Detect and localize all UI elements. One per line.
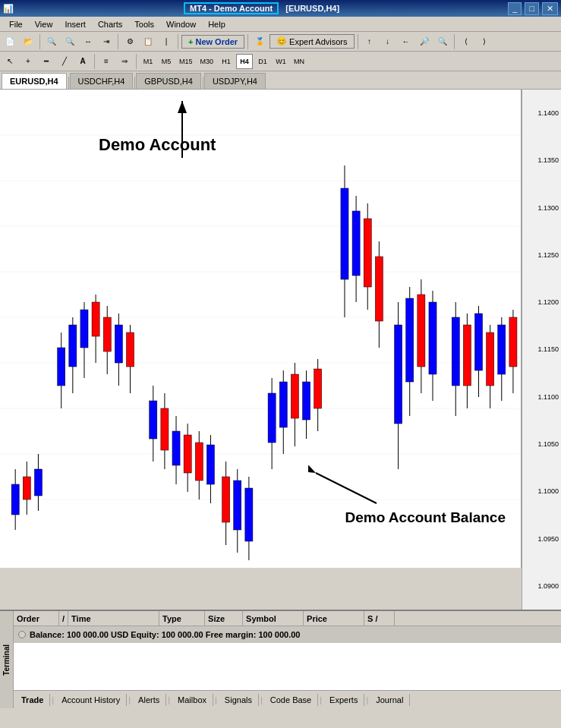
open-button[interactable]: 📂 — [20, 33, 36, 50]
terminal-body: Order / Time Type Size Symbol Price S / … — [14, 611, 561, 690]
svg-rect-32 — [150, 401, 157, 439]
svg-rect-22 — [80, 310, 88, 348]
cursor-button[interactable]: ↖ — [2, 53, 18, 70]
chart-back-button[interactable]: ⟨ — [458, 33, 474, 50]
zoom-in-button[interactable]: 🔍 — [43, 33, 60, 50]
close-button[interactable]: ✕ — [542, 2, 558, 15]
period-d1-quick[interactable]: D1 — [254, 53, 271, 70]
gold-icon-button[interactable]: 🏅 — [251, 33, 268, 50]
svg-rect-78 — [463, 325, 471, 386]
period-separator-button[interactable]: | — [158, 33, 175, 50]
price-level-3: 1.1300 — [522, 204, 559, 212]
svg-rect-66 — [375, 257, 383, 321]
up-arrow-button[interactable]: ↑ — [361, 33, 378, 50]
terminal-tab-trade[interactable]: Trade — [15, 694, 50, 706]
magnify-plus-button[interactable]: 🔎 — [416, 33, 433, 50]
balance-indicator — [18, 631, 26, 638]
fib-button[interactable]: ≡ — [98, 53, 115, 70]
svg-rect-76 — [452, 317, 459, 386]
line-button[interactable]: ━ — [38, 53, 55, 70]
menu-insert[interactable]: Insert — [58, 18, 92, 30]
price-level-1: 1.1400 — [522, 109, 559, 117]
svg-rect-28 — [115, 325, 122, 363]
period-w1-quick[interactable]: W1 — [273, 53, 289, 70]
svg-rect-82 — [487, 332, 494, 386]
menu-view[interactable]: View — [29, 18, 59, 30]
chart-tab-usdchf[interactable]: USDCHF,H4 — [70, 73, 134, 89]
period-m15-quick[interactable]: M15 — [176, 53, 196, 70]
balance-arrow — [308, 465, 384, 511]
left-arrow-button[interactable]: ← — [398, 33, 414, 50]
expert-label: Expert Advisors — [289, 37, 347, 46]
svg-rect-54 — [291, 374, 298, 418]
price-level-7: 1.1100 — [522, 393, 559, 401]
auto-scroll-button[interactable]: ↔ — [80, 33, 96, 50]
down-arrow-button[interactable]: ↓ — [380, 33, 396, 50]
svg-rect-60 — [341, 188, 348, 279]
crosshair-button[interactable]: + — [20, 53, 36, 70]
balance-text: Balance: 100 000.00 USD Equity: 100 000.… — [30, 630, 300, 639]
price-level-2: 1.1350 — [522, 156, 559, 164]
period-m5-quick[interactable]: M5 — [158, 53, 175, 70]
svg-rect-34 — [161, 408, 169, 450]
svg-rect-80 — [474, 314, 482, 370]
minimize-button[interactable]: _ — [508, 2, 522, 15]
terminal-tab-alerts[interactable]: Alerts — [132, 694, 166, 706]
price-level-10: 1.0950 — [522, 535, 559, 543]
price-level-5: 1.1200 — [522, 298, 559, 306]
chart-area[interactable]: Demo Account — [0, 90, 522, 568]
chart-tab-eurusd[interactable]: EURUSD,H4 — [2, 73, 67, 89]
col-price: Price — [304, 611, 364, 626]
menu-bar: File View Insert Charts Tools Window Hel… — [0, 17, 561, 32]
chart-tab-usdjpy[interactable]: USDJPY,H4 — [204, 73, 266, 89]
col-time: Time — [68, 611, 159, 626]
maximize-button[interactable]: □ — [525, 2, 539, 15]
period-mn-quick[interactable]: MN — [291, 53, 307, 70]
chart-shift-button[interactable]: ⇥ — [98, 33, 115, 50]
col-slash: / — [59, 611, 68, 626]
title-subtitle: [EURUSD,H4] — [285, 4, 339, 13]
terminal-tab-signals[interactable]: Signals — [219, 694, 259, 706]
price-level-9: 1.1000 — [522, 487, 559, 495]
period-m1-quick[interactable]: M1 — [140, 53, 156, 70]
chart-tab-gbpusd[interactable]: GBPUSD,H4 — [136, 73, 201, 89]
new-chart-button[interactable]: 📄 — [2, 33, 18, 50]
terminal-tab-account-history[interactable]: Account History — [55, 694, 127, 706]
zoom-out-button[interactable]: 🔍 — [61, 33, 78, 50]
properties-button[interactable]: ⚙ — [121, 33, 138, 50]
order-list-empty — [14, 643, 561, 690]
trendline-button[interactable]: ╱ — [56, 53, 73, 70]
svg-rect-62 — [352, 211, 360, 276]
arrow-tool-button[interactable]: ⇒ — [116, 53, 133, 70]
menu-tools[interactable]: Tools — [128, 18, 160, 30]
price-level-6: 1.1150 — [522, 345, 559, 353]
menu-file[interactable]: File — [3, 18, 29, 30]
menu-help[interactable]: Help — [202, 18, 232, 30]
period-h4-quick[interactable]: H4 — [236, 54, 253, 69]
terminal-tab-journal[interactable]: Journal — [370, 694, 410, 706]
period-m30-quick[interactable]: M30 — [197, 53, 217, 70]
template-button[interactable]: 📋 — [140, 33, 156, 50]
expert-advisors-button[interactable]: 😊 Expert Advisors — [269, 34, 354, 49]
terminal-tab-experts[interactable]: Experts — [323, 694, 364, 706]
terminal-panel: Terminal Order / Time Type Size Symbol P… — [0, 610, 561, 708]
terminal-tab-mailbox[interactable]: Mailbox — [172, 694, 213, 706]
title-bar-icon: 📊 — [3, 4, 14, 14]
text-button[interactable]: A — [74, 53, 91, 70]
svg-rect-74 — [429, 302, 437, 374]
expert-icon: 😊 — [276, 36, 287, 46]
chart-forward-button[interactable]: ⟩ — [476, 33, 493, 50]
svg-rect-26 — [103, 317, 111, 351]
title-bar: 📊 MT4 - Demo Account [EURUSD,H4] _ □ ✕ — [0, 0, 561, 17]
terminal-tab-code-base[interactable]: Code Base — [264, 694, 318, 706]
svg-rect-64 — [364, 219, 371, 287]
new-order-button[interactable]: + New Order — [181, 35, 244, 49]
svg-rect-50 — [268, 393, 276, 443]
menu-charts[interactable]: Charts — [92, 18, 128, 30]
svg-rect-58 — [314, 369, 322, 408]
order-columns-header: Order / Time Type Size Symbol Price S / — [14, 611, 561, 626]
period-h1-quick[interactable]: H1 — [218, 53, 235, 70]
toolbar1: 📄 📂 🔍 🔍 ↔ ⇥ ⚙ 📋 | + New Order 🏅 😊 Expert… — [0, 32, 561, 52]
magnify-minus-button[interactable]: 🔍 — [434, 33, 451, 50]
menu-window[interactable]: Window — [160, 18, 202, 30]
